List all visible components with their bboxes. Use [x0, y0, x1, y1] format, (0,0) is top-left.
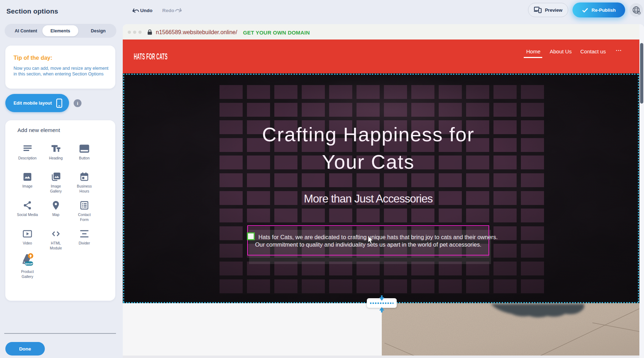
svg-text:SHOP: SHOP: [25, 262, 33, 265]
